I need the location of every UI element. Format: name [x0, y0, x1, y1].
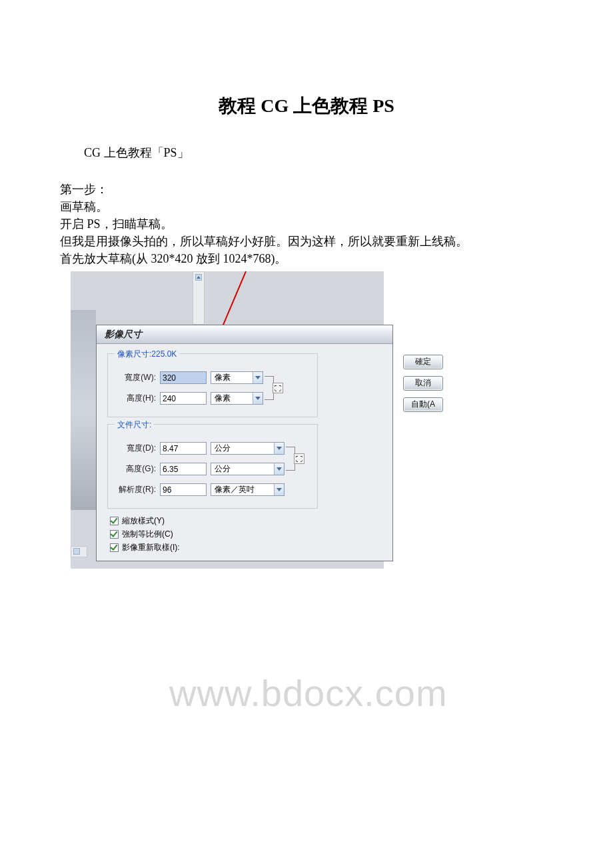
resolution-unit-select[interactable]: 像素／英吋: [211, 483, 285, 496]
chevron-down-icon[interactable]: [274, 484, 284, 495]
body-line-2: 开启 PS，扫瞄草稿。: [60, 215, 553, 233]
chevron-down-icon[interactable]: [274, 443, 284, 454]
embedded-screenshot: 影像尺寸 確定 取消 自動(A 像素尺寸:225.0K 寬度(W):: [71, 271, 384, 569]
chain-link-icon[interactable]: ⛶: [273, 383, 283, 393]
resolution-label: 解析度(R):: [117, 484, 156, 495]
width-w-unit-value: 像素: [211, 372, 253, 383]
pixel-dimensions-legend: 像素尺寸:225.0K: [115, 349, 179, 360]
dialog-titlebar[interactable]: 影像尺寸: [97, 325, 392, 344]
height-h-unit-select[interactable]: 像素: [211, 392, 263, 405]
scroll-up-arrow-icon[interactable]: [195, 274, 202, 281]
document-size-group: 文件尺寸: 寬度(D): 公分: [107, 424, 318, 509]
height-h-label: 高度(H):: [117, 393, 156, 404]
width-d-unit-select[interactable]: 公分: [211, 442, 285, 455]
chevron-down-icon[interactable]: [253, 393, 263, 404]
cancel-button[interactable]: 取消: [403, 376, 443, 391]
ok-button[interactable]: 確定: [403, 355, 443, 369]
resample-image-checkbox[interactable]: [110, 543, 119, 552]
resample-image-label: 影像重新取樣(I):: [122, 542, 180, 553]
image-size-dialog: 影像尺寸 確定 取消 自動(A 像素尺寸:225.0K 寬度(W):: [96, 325, 393, 561]
constrain-proportions-checkbox[interactable]: [110, 530, 119, 539]
chevron-down-icon[interactable]: [274, 463, 284, 475]
width-w-input[interactable]: [160, 371, 207, 384]
width-w-label: 寬度(W):: [117, 372, 156, 383]
chevron-down-icon[interactable]: [253, 372, 263, 383]
height-g-unit-select[interactable]: 公分: [211, 463, 285, 475]
height-h-input[interactable]: [160, 392, 207, 405]
chain-link-icon[interactable]: ⛶: [294, 453, 305, 464]
pixel-dimensions-group: 像素尺寸:225.0K 寬度(W): 像素: [107, 353, 318, 417]
body-line-3: 但我是用摄像头拍的，所以草稿好小好脏。因为这样，所以就要重新上线稿。: [60, 233, 553, 250]
step-heading: 第一步：: [60, 181, 553, 198]
body-line-4: 首先放大草稿(从 320*420 放到 1024*768)。: [60, 250, 553, 267]
ps-canvas-area: 影像尺寸 確定 取消 自動(A 像素尺寸:225.0K 寬度(W):: [71, 271, 384, 569]
page-title: 教程 CG 上色教程 PS: [60, 93, 553, 119]
width-d-unit-value: 公分: [211, 443, 274, 454]
resolution-unit-value: 像素／英吋: [211, 484, 274, 495]
scale-styles-checkbox[interactable]: [110, 517, 119, 525]
document-size-legend: 文件尺寸:: [115, 419, 154, 431]
height-g-input[interactable]: [160, 463, 207, 475]
scroll-left-arrow-icon[interactable]: [73, 548, 80, 555]
scale-styles-label: 縮放樣式(Y): [122, 515, 165, 527]
height-h-unit-value: 像素: [211, 393, 253, 404]
width-d-input[interactable]: [160, 442, 207, 455]
horizontal-scrollbar[interactable]: [71, 546, 87, 557]
height-g-unit-value: 公分: [211, 463, 274, 475]
auto-button[interactable]: 自動(A: [403, 397, 443, 412]
width-d-label: 寬度(D):: [117, 443, 156, 454]
body-line-1: 画草稿。: [60, 198, 553, 215]
subtitle-line: CG 上色教程「PS」: [60, 144, 553, 162]
watermark-text: www.bdocx.com: [169, 671, 448, 715]
constrain-proportions-label: 強制等比例(C): [122, 529, 173, 540]
vertical-scrollbar[interactable]: [193, 271, 205, 325]
resolution-input[interactable]: [160, 483, 207, 496]
width-w-unit-select[interactable]: 像素: [211, 371, 263, 384]
height-g-label: 高度(G):: [117, 463, 156, 475]
canvas-image-sliver: [71, 310, 96, 510]
